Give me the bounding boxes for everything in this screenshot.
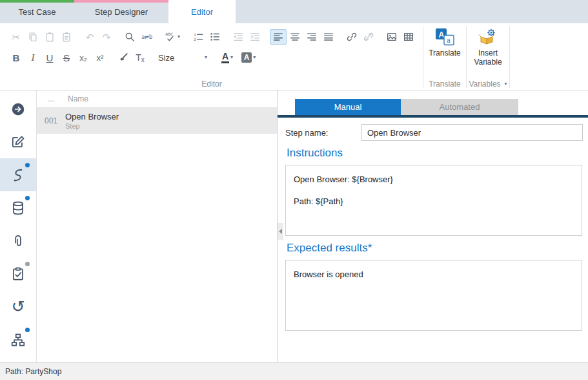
align-justify-icon <box>323 31 334 43</box>
sidebar-item-hierarchy[interactable] <box>0 323 36 356</box>
copy-button[interactable] <box>25 29 41 45</box>
insert-image-button[interactable] <box>383 29 400 45</box>
expected-results-textarea[interactable]: Browser is opened <box>285 260 582 331</box>
highlight-color-button[interactable]: A▾ <box>238 50 259 65</box>
undo-icon: ↶ <box>86 32 94 42</box>
status-bar: Path: PartyShop <box>0 362 588 380</box>
text-color-icon: A <box>221 52 229 63</box>
cut-button[interactable]: ✂ <box>8 29 25 45</box>
step-list-item[interactable]: 001 Open Browser Step <box>37 108 277 134</box>
editor-toolbar-row-2: B I U S x₂ x² Tx Size ▾ A▾ A▾ <box>3 47 421 68</box>
variables-group-label-text: Variables <box>469 79 500 89</box>
insert-variable-label-line2: Variable <box>474 58 502 67</box>
detail-tabs: Manual Automated <box>295 99 588 115</box>
tab-editor-label: Editor <box>191 7 213 17</box>
svg-text:ABC: ABC <box>165 32 173 36</box>
translate-button-label: Translate <box>429 48 461 58</box>
clear-formatting-icon: T <box>136 52 141 63</box>
format-painter-button[interactable] <box>115 50 132 65</box>
subscript-button[interactable]: x₂ <box>75 50 92 65</box>
increase-indent-icon <box>249 31 261 43</box>
sidebar-item-checklist[interactable] <box>0 257 36 290</box>
strikethrough-icon: S <box>63 53 70 63</box>
clear-formatting-button[interactable]: Tx <box>132 50 148 65</box>
column-header-name[interactable]: Name <box>65 94 88 103</box>
step-detail-form: Step name: Instructions Open Browser: ${… <box>278 118 588 331</box>
find-button[interactable] <box>121 29 138 45</box>
sidebar-item-go[interactable] <box>0 92 36 125</box>
outdent-button[interactable] <box>230 29 247 45</box>
bulleted-list-icon <box>209 31 221 43</box>
ribbon-group-label-variables[interactable]: Variables▾ <box>469 78 507 90</box>
clipboard-check-icon <box>10 266 26 282</box>
ribbon-group-editor: ✂ ↶ ↷ a⇄b ABC▾ 12 <box>3 23 421 90</box>
sidebar-item-steps[interactable] <box>0 158 36 191</box>
indent-button[interactable] <box>247 29 263 45</box>
sidebar-item-data[interactable] <box>0 191 36 224</box>
bold-icon: B <box>13 53 20 63</box>
insert-variable-icon <box>478 27 498 47</box>
paste-button[interactable] <box>41 29 58 45</box>
text-color-button[interactable]: A▾ <box>217 50 238 65</box>
ribbon-separator <box>466 26 467 88</box>
ribbon-group-translate: Aa Translate Translate <box>425 23 464 90</box>
tab-step-designer[interactable]: Step Designer <box>74 0 168 23</box>
step-title: Open Browser <box>65 112 119 121</box>
history-icon: ↺ <box>12 299 25 315</box>
tab-test-case[interactable]: Test Case <box>0 0 74 23</box>
align-center-button[interactable] <box>287 29 303 45</box>
instructions-textarea[interactable]: Open Browser: ${Browser} Path: ${Path} <box>285 165 582 236</box>
collapse-panel-handle[interactable] <box>278 223 283 240</box>
status-dot <box>25 328 30 332</box>
align-justify-button[interactable] <box>320 29 337 45</box>
insert-variable-button[interactable]: Insert Variable <box>469 23 507 67</box>
steps-list-header: ... Name <box>37 90 277 108</box>
svg-text:a⇄b: a⇄b <box>141 34 152 40</box>
superscript-button[interactable]: x² <box>92 50 108 65</box>
ribbon-group-variables: Insert Variable Variables▾ <box>469 23 507 90</box>
chevron-down-icon: ▾ <box>177 34 180 39</box>
sidebar-item-attachments[interactable] <box>0 224 36 257</box>
align-left-button[interactable] <box>270 29 287 45</box>
tab-manual[interactable]: Manual <box>295 99 401 115</box>
tab-editor[interactable]: Editor <box>168 0 236 23</box>
bold-button[interactable]: B <box>8 50 25 65</box>
subscript-icon: x₂ <box>79 53 87 63</box>
link-button[interactable] <box>343 29 360 45</box>
tab-test-case-label: Test Case <box>19 7 56 17</box>
paste-text-button[interactable] <box>58 29 75 45</box>
font-size-dropdown[interactable]: Size ▾ <box>155 50 210 65</box>
chevron-down-icon: ▾ <box>505 81 507 87</box>
strikethrough-button[interactable]: S <box>58 50 75 65</box>
paste-icon <box>44 31 56 43</box>
editor-toolbar-row-1: ✂ ↶ ↷ a⇄b ABC▾ 12 <box>3 26 421 47</box>
step-name-label: Step name: <box>285 128 361 138</box>
align-right-button[interactable] <box>303 29 320 45</box>
underline-button[interactable]: U <box>41 50 58 65</box>
unlink-button[interactable] <box>360 29 377 45</box>
variables-group-content: Insert Variable <box>469 23 507 78</box>
undo-button[interactable]: ↶ <box>81 29 98 45</box>
italic-icon: I <box>32 53 35 63</box>
spellcheck-button[interactable]: ABC▾ <box>161 29 183 45</box>
bulleted-list-button[interactable] <box>207 29 223 45</box>
sidebar-item-history[interactable]: ↺ <box>0 290 36 323</box>
tab-automated[interactable]: Automated <box>401 99 518 115</box>
column-header-number[interactable]: ... <box>37 94 65 103</box>
status-dot <box>25 196 30 200</box>
instructions-heading: Instructions <box>287 147 583 160</box>
go-arrow-icon <box>10 101 26 117</box>
redo-button[interactable]: ↷ <box>98 29 115 45</box>
sidebar-item-edit[interactable] <box>0 125 36 158</box>
replace-button[interactable]: a⇄b <box>138 29 155 45</box>
italic-button[interactable]: I <box>25 50 41 65</box>
translate-group-content: Aa Translate <box>425 23 464 78</box>
numbered-list-button[interactable]: 12 <box>190 29 207 45</box>
align-left-icon <box>272 31 284 43</box>
cut-icon: ✂ <box>12 32 21 42</box>
insert-table-button[interactable] <box>400 29 417 45</box>
step-detail-panel: Manual Automated Step name: Instructions… <box>278 90 588 362</box>
step-name-input[interactable] <box>361 124 583 141</box>
copy-icon <box>27 31 39 43</box>
translate-button[interactable]: Aa Translate <box>425 23 464 58</box>
